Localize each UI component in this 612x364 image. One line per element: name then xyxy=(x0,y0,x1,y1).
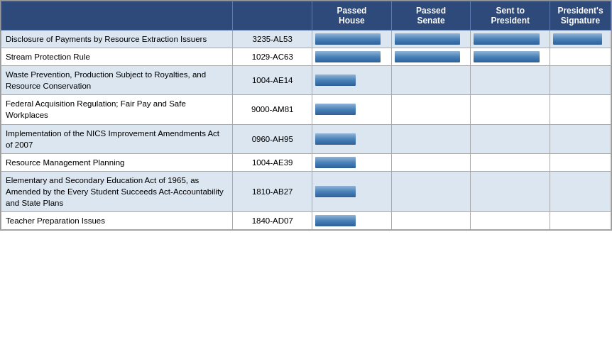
table-row: Elementary and Secondary Education Act o… xyxy=(1,171,611,211)
rule-cell: 1004-AE39 xyxy=(233,153,312,171)
header-title xyxy=(1,1,233,31)
header-senate: PassedSenate xyxy=(391,1,471,31)
house-bar-cell xyxy=(312,212,392,230)
signature-bar-cell xyxy=(550,66,611,95)
signature-bar-cell xyxy=(550,153,611,171)
president-bar-cell xyxy=(471,66,550,95)
signature-bar-cell xyxy=(550,212,611,230)
rule-cell: 0960-AH95 xyxy=(233,124,312,153)
header-rule xyxy=(233,1,312,31)
rule-cell: 1029-AC63 xyxy=(233,48,312,66)
table-row: Implementation of the NICS Improvement A… xyxy=(1,124,611,153)
president-bar-cell xyxy=(471,171,550,211)
table-row: Waste Prevention, Production Subject to … xyxy=(1,66,611,95)
main-table: PassedHouse PassedSenate Sent toPresiden… xyxy=(0,0,612,231)
house-bar-cell xyxy=(312,66,392,95)
signature-bar-cell xyxy=(550,48,611,66)
header-signature: President'sSignature xyxy=(550,1,611,31)
title-cell: Implementation of the NICS Improvement A… xyxy=(1,124,233,153)
house-bar-cell xyxy=(312,48,392,66)
title-cell: Stream Protection Rule xyxy=(1,48,233,66)
rule-cell: 9000-AM81 xyxy=(233,95,312,124)
president-bar-cell xyxy=(471,48,550,66)
signature-bar-cell xyxy=(550,124,611,153)
house-bar-cell xyxy=(312,153,392,171)
senate-bar-cell xyxy=(391,31,471,48)
president-bar-cell xyxy=(471,31,550,48)
senate-bar-cell xyxy=(391,212,471,230)
table-row: Federal Acquisition Regulation; Fair Pay… xyxy=(1,95,611,124)
title-cell: Resource Management Planning xyxy=(1,153,233,171)
house-bar-cell xyxy=(312,171,392,211)
president-bar-cell xyxy=(471,153,550,171)
house-bar-cell xyxy=(312,124,392,153)
president-bar-cell xyxy=(471,124,550,153)
table-row: Disclosure of Payments by Resource Extra… xyxy=(1,31,611,48)
president-bar-cell xyxy=(471,212,550,230)
rule-cell: 3235-AL53 xyxy=(233,31,312,48)
title-cell: Federal Acquisition Regulation; Fair Pay… xyxy=(1,95,233,124)
table-row: Teacher Preparation Issues1840-AD07 xyxy=(1,212,611,230)
signature-bar-cell xyxy=(550,31,611,48)
signature-bar-cell xyxy=(550,171,611,211)
rule-cell: 1810-AB27 xyxy=(233,171,312,211)
table-row: Resource Management Planning1004-AE39 xyxy=(1,153,611,171)
senate-bar-cell xyxy=(391,48,471,66)
header-house: PassedHouse xyxy=(312,1,392,31)
header-president: Sent toPresident xyxy=(471,1,550,31)
signature-bar-cell xyxy=(550,95,611,124)
senate-bar-cell xyxy=(391,153,471,171)
house-bar-cell xyxy=(312,31,392,48)
title-cell: Elementary and Secondary Education Act o… xyxy=(1,171,233,211)
house-bar-cell xyxy=(312,95,392,124)
title-cell: Waste Prevention, Production Subject to … xyxy=(1,66,233,95)
president-bar-cell xyxy=(471,95,550,124)
senate-bar-cell xyxy=(391,124,471,153)
senate-bar-cell xyxy=(391,171,471,211)
table-row: Stream Protection Rule1029-AC63 xyxy=(1,48,611,66)
senate-bar-cell xyxy=(391,66,471,95)
rule-cell: 1004-AE14 xyxy=(233,66,312,95)
rule-cell: 1840-AD07 xyxy=(233,212,312,230)
title-cell: Teacher Preparation Issues xyxy=(1,212,233,230)
title-cell: Disclosure of Payments by Resource Extra… xyxy=(1,31,233,48)
senate-bar-cell xyxy=(391,95,471,124)
